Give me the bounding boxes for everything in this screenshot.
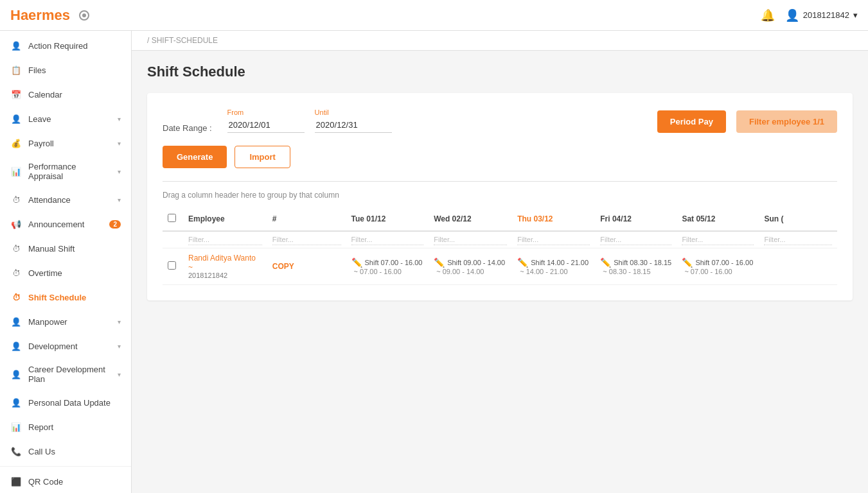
arrow-payroll-icon: ▾ — [118, 140, 121, 147]
edit-fri-icon[interactable]: ✏️ — [600, 257, 611, 268]
shift-cell-sun — [759, 248, 837, 285]
sidebar-item-personal-data-update[interactable]: 👤 Personal Data Update — [0, 390, 131, 415]
filter-input-wed[interactable] — [434, 234, 507, 245]
from-label: From — [227, 108, 305, 116]
sidebar-label-qr-code: QR Code — [28, 477, 121, 487]
col-header-sun: Sun ( — [759, 207, 837, 231]
filter-card: Date Range : From Until Period Pay Filte… — [147, 93, 853, 300]
sidebar-label-payroll: Payroll — [28, 139, 111, 148]
development-icon: 👤 — [10, 340, 22, 352]
navbar-left: Haermes — [10, 7, 89, 24]
arrow-manpower-icon: ▾ — [118, 318, 121, 325]
sidebar-label-action-required: Action Required — [28, 41, 121, 51]
schedule-table: Employee#Tue 01/12Wed 02/12Thu 03/12Fri … — [163, 207, 837, 285]
shift-label-wed: Shift 09.00 - 14.00 — [447, 259, 505, 266]
table-header-checkbox — [163, 207, 183, 231]
sidebar-item-manpower[interactable]: 👤 Manpower ▾ — [0, 309, 131, 334]
shift-cell-tue: ✏️ Shift 07.00 - 16.00 ~ 07.00 - 16.00 — [346, 248, 429, 285]
sidebar-item-leave[interactable]: 👤 Leave ▾ — [0, 107, 131, 131]
arrow-career-development-plan-icon: ▾ — [118, 371, 121, 378]
sidebar-label-performance-appraisal: Performance Appraisal — [28, 162, 111, 181]
user-dropdown-arrow-icon: ▾ — [853, 10, 858, 20]
from-date-field: From — [227, 108, 305, 133]
shift-sub-thu: ~ 14.00 - 21.00 — [520, 268, 590, 275]
sidebar-item-overtime[interactable]: ⏱ Overtime — [0, 261, 131, 285]
sidebar-item-announcement[interactable]: 📢 Announcement 2 — [0, 212, 131, 236]
user-avatar-icon: 👤 — [785, 8, 799, 22]
sidebar-item-attendance[interactable]: ⏱ Attendance ▾ — [0, 187, 131, 212]
navbar: Haermes 🔔 👤 2018121842 ▾ — [0, 0, 868, 31]
filter-input-number[interactable] — [272, 234, 341, 245]
import-button[interactable]: Import — [235, 146, 290, 168]
edit-tue-icon[interactable]: ✏️ — [351, 257, 362, 268]
arrow-performance-appraisal-icon: ▾ — [118, 168, 121, 175]
sidebar-item-action-required[interactable]: 👤 Action Required — [0, 33, 131, 58]
calendar-icon: 📅 — [10, 89, 22, 100]
main-content: / SHIFT-SCHEDULE Shift Schedule Date Ran… — [132, 31, 868, 493]
sidebar-label-personal-data-update: Personal Data Update — [28, 398, 121, 408]
sidebar-item-manual-shift[interactable]: ⏱ Manual Shift — [0, 236, 131, 261]
sidebar-item-career-development-plan[interactable]: 👤 Career Development Plan ▾ — [0, 358, 131, 390]
employee-name[interactable]: Randi Aditya Wanto ~ — [188, 254, 262, 272]
call-us-icon: 📞 — [10, 445, 22, 457]
edit-thu-icon[interactable]: ✏️ — [517, 257, 528, 268]
shift-label-tue: Shift 07.00 - 16.00 — [365, 259, 423, 266]
breadcrumb-separator: / — [147, 36, 149, 45]
user-menu[interactable]: 👤 2018121842 ▾ — [785, 8, 858, 22]
filter-input-sun[interactable] — [764, 234, 832, 245]
sidebar-label-overtime: Overtime — [28, 268, 121, 278]
sidebar-item-development[interactable]: 👤 Development ▾ — [0, 334, 131, 358]
table-row: Randi Aditya Wanto ~2018121842COPY ✏️ Sh… — [163, 248, 837, 285]
bell-icon[interactable]: 🔔 — [761, 8, 775, 22]
sidebar-item-payroll[interactable]: 💰 Payroll ▾ — [0, 131, 131, 155]
sidebar-item-calendar[interactable]: 📅 Calendar — [0, 82, 131, 107]
shift-time-wed: ✏️ Shift 09.00 - 14.00 — [434, 257, 507, 268]
row-checkbox[interactable] — [168, 261, 176, 270]
select-all-checkbox[interactable] — [168, 214, 176, 222]
filter-cell-thu — [512, 231, 595, 248]
sidebar-item-qr-code[interactable]: ⬛ QR Code — [0, 469, 131, 493]
sidebar-label-files: Files — [28, 65, 121, 75]
shift-sub-sat: ~ 07.00 - 16.00 — [684, 268, 754, 275]
drag-hint: Drag a column header here to group by th… — [163, 191, 837, 200]
until-date-field: Until — [315, 108, 392, 133]
copy-button[interactable]: COPY — [272, 262, 294, 271]
performance-appraisal-icon: 📊 — [10, 166, 22, 177]
period-pay-button[interactable]: Period Pay — [657, 110, 726, 133]
until-date-input[interactable] — [315, 117, 392, 133]
generate-button[interactable]: Generate — [163, 146, 227, 168]
sidebar-item-report[interactable]: 📊 Report — [0, 415, 131, 439]
shift-cell-fri: ✏️ Shift 08.30 - 18.15 ~ 08.30 - 18.15 — [595, 248, 677, 285]
filter-input-sat[interactable] — [682, 234, 754, 245]
filter-input-tue[interactable] — [351, 234, 424, 245]
sidebar-item-files[interactable]: 📋 Files — [0, 58, 131, 82]
sidebar: 👤 Action Required 📋 Files 📅 Calendar 👤 L… — [0, 31, 132, 493]
filter-employee-button[interactable]: Filter employee 1/1 — [736, 110, 837, 133]
report-icon: 📊 — [10, 421, 22, 433]
sidebar-item-shift-schedule[interactable]: ⏱ Shift Schedule — [0, 285, 131, 309]
manpower-icon: 👤 — [10, 316, 22, 327]
col-header-wed: Wed 02/12 — [429, 207, 512, 231]
filter-input-thu[interactable] — [517, 234, 590, 245]
badge-announcement: 2 — [109, 220, 121, 229]
sidebar-item-call-us[interactable]: 📞 Call Us — [0, 439, 131, 463]
edit-wed-icon[interactable]: ✏️ — [434, 257, 445, 268]
navbar-right: 🔔 👤 2018121842 ▾ — [761, 8, 858, 22]
copy-cell: COPY — [267, 248, 346, 285]
personal-data-update-icon: 👤 — [10, 397, 22, 408]
arrow-leave-icon: ▾ — [118, 116, 121, 123]
shift-cell-thu: ✏️ Shift 14.00 - 21.00 ~ 14.00 - 21.00 — [512, 248, 595, 285]
sidebar-label-development: Development — [28, 342, 111, 351]
row-checkbox-col — [163, 248, 183, 285]
sidebar-item-performance-appraisal[interactable]: 📊 Performance Appraisal ▾ — [0, 155, 131, 187]
filter-input-employee[interactable] — [188, 234, 262, 245]
from-date-input[interactable] — [227, 117, 305, 133]
shift-cell-wed: ✏️ Shift 09.00 - 14.00 ~ 09.00 - 14.00 — [429, 248, 512, 285]
filter-input-fri[interactable] — [600, 234, 671, 245]
date-range-label: Date Range : — [163, 123, 212, 133]
filter-row — [163, 231, 837, 248]
employee-id: 2018121842 — [188, 272, 262, 279]
shift-info-wed: ✏️ Shift 09.00 - 14.00 ~ 09.00 - 14.00 — [434, 257, 507, 275]
edit-sat-icon[interactable]: ✏️ — [682, 257, 693, 268]
attendance-icon: ⏱ — [10, 194, 22, 205]
